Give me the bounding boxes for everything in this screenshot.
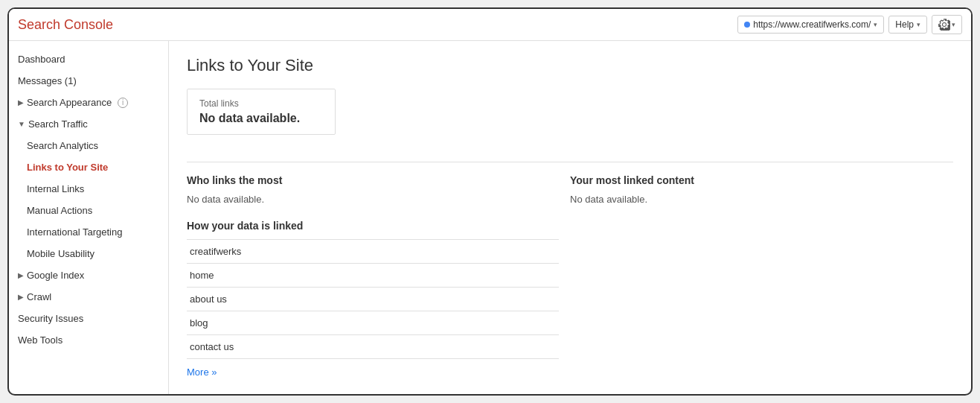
help-label: Help [895,19,914,30]
most-linked-no-data: No data available. [570,194,953,205]
who-links-section: Who links the most No data available. [187,174,570,205]
main-layout: Dashboard Messages (1) ▶ Search Appearan… [9,41,971,394]
total-links-box: Total links No data available. [187,89,336,135]
content-area: Links to Your Site Total links No data a… [169,41,971,394]
most-linked-heading: Your most linked content [570,174,953,186]
table-row[interactable]: about us [187,287,559,311]
sidebar-item-web-tools[interactable]: Web Tools [9,329,168,351]
gear-icon [938,19,950,31]
sidebar-item-international-targeting[interactable]: International Targeting [9,221,168,243]
who-links-no-data: No data available. [187,194,570,205]
most-linked-section: Your most linked content No data availab… [570,174,953,205]
sidebar-item-links-to-site[interactable]: Links to Your Site [9,156,168,178]
how-linked-section: How your data is linked creatifwerkshome… [187,220,953,378]
table-row[interactable]: home [187,263,559,287]
info-icon[interactable]: i [118,98,128,108]
section-divider [187,162,953,162]
sidebar-item-internal-links[interactable]: Internal Links [9,178,168,200]
sidebar-item-dashboard[interactable]: Dashboard [9,48,168,70]
expand-icon-3: ▶ [18,293,24,301]
sidebar-item-crawl[interactable]: ▶ Crawl [9,286,168,308]
url-label: https://www.creatifwerks.com/ [753,19,871,30]
app-title: Search Console [18,17,113,33]
sidebar: Dashboard Messages (1) ▶ Search Appearan… [9,41,169,394]
sidebar-item-search-traffic[interactable]: ▼ Search Traffic [9,113,168,135]
how-linked-heading: How your data is linked [187,220,953,232]
help-button[interactable]: Help ▾ [888,16,927,34]
header-controls: https://www.creatifwerks.com/ ▾ Help ▾ ▾ [737,15,962,34]
url-selector[interactable]: https://www.creatifwerks.com/ ▾ [737,16,884,34]
collapse-icon: ▼ [18,120,25,128]
more-link[interactable]: More » [187,366,217,378]
two-col-section: Who links the most No data available. Yo… [187,174,953,205]
gear-chevron-icon: ▾ [952,21,955,28]
help-chevron-icon: ▾ [917,21,920,28]
sidebar-item-search-analytics[interactable]: Search Analytics [9,135,168,156]
sidebar-item-manual-actions[interactable]: Manual Actions [9,200,168,221]
expand-icon-2: ▶ [18,271,24,279]
total-links-label: Total links [199,98,323,109]
app-window: Search Console https://www.creatifwerks.… [7,7,973,396]
table-row[interactable]: creatifwerks [187,239,559,263]
url-chevron-icon: ▾ [874,21,877,28]
total-links-value: No data available. [199,112,323,125]
who-links-heading: Who links the most [187,174,570,186]
header: Search Console https://www.creatifwerks.… [9,9,971,41]
sidebar-item-security-issues[interactable]: Security Issues [9,308,168,329]
sidebar-item-google-index[interactable]: ▶ Google Index [9,264,168,286]
expand-icon: ▶ [18,98,24,107]
table-row[interactable]: contact us [187,334,559,359]
page-title: Links to Your Site [187,56,953,75]
data-table: creatifwerkshomeabout usblogcontact us [187,239,559,359]
table-row[interactable]: blog [187,311,559,334]
sidebar-item-messages[interactable]: Messages (1) [9,70,168,92]
settings-button[interactable]: ▾ [932,15,962,34]
sidebar-item-mobile-usability[interactable]: Mobile Usability [9,243,168,264]
sidebar-item-search-appearance[interactable]: ▶ Search Appearance i [9,92,168,113]
url-dot-icon [744,22,750,28]
